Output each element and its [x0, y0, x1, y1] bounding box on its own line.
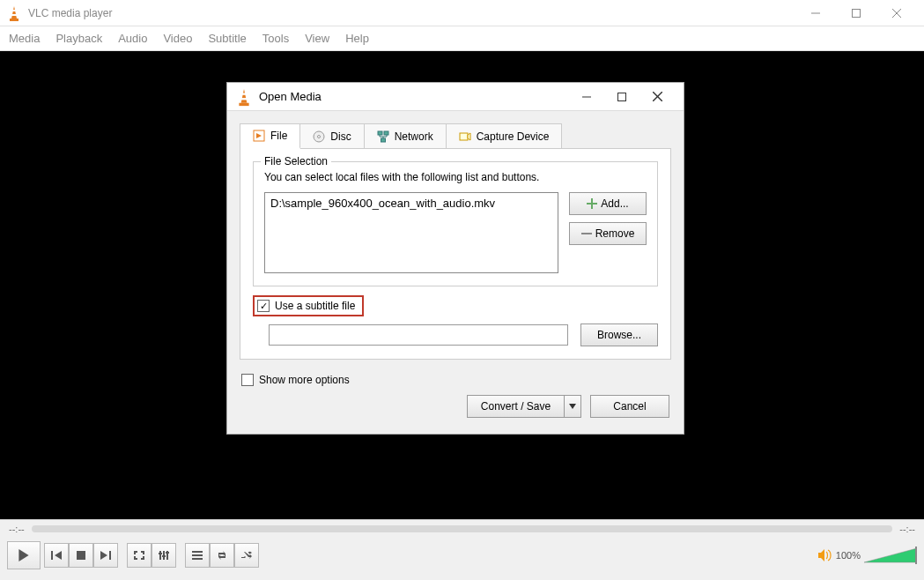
volume-slider[interactable]	[864, 547, 917, 564]
svg-rect-0	[12, 10, 17, 11]
seek-bar[interactable]	[32, 525, 893, 532]
main-titlebar: VLC media player	[0, 0, 924, 26]
volume-control[interactable]: 100%	[818, 547, 917, 564]
tab-disc[interactable]: Disc	[300, 124, 364, 148]
use-subtitle-label: Use a subtitle file	[275, 300, 355, 312]
maximize-button[interactable]	[836, 0, 876, 26]
svg-rect-13	[618, 93, 626, 100]
cancel-button[interactable]: Cancel	[590, 395, 669, 418]
cancel-label: Cancel	[613, 400, 646, 413]
loop-button[interactable]	[210, 543, 234, 568]
speaker-icon	[818, 549, 832, 561]
svg-rect-8	[915, 547, 917, 564]
menu-video[interactable]: Video	[163, 32, 192, 45]
open-media-dialog: Open Media File Disc Network Capture Dev…	[226, 82, 684, 435]
bottom-controls: --:-- --:-- 100%	[0, 519, 924, 580]
svg-rect-7	[77, 551, 85, 560]
dialog-maximize-button[interactable]	[604, 85, 639, 109]
menu-tools[interactable]: Tools	[262, 32, 289, 45]
vlc-cone-icon	[236, 89, 252, 105]
random-button[interactable]	[234, 543, 259, 568]
file-tab-icon	[253, 130, 265, 142]
vlc-cone-icon	[7, 6, 21, 20]
tab-file[interactable]: File	[240, 124, 300, 149]
dialog-titlebar[interactable]: Open Media	[227, 83, 684, 111]
svg-rect-20	[384, 131, 388, 135]
extended-settings-button[interactable]	[152, 543, 176, 568]
add-button[interactable]: Add...	[569, 192, 647, 215]
svg-rect-21	[381, 138, 385, 142]
stop-button[interactable]	[69, 543, 93, 568]
svg-rect-4	[853, 9, 861, 17]
use-subtitle-checkbox[interactable]: ✓	[257, 300, 270, 312]
convert-save-button[interactable]: Convert / Save	[467, 395, 564, 418]
network-icon	[377, 130, 389, 143]
remove-button-label: Remove	[595, 227, 635, 240]
time-elapsed: --:--	[9, 524, 25, 534]
menu-help[interactable]: Help	[345, 32, 369, 45]
show-more-checkbox[interactable]	[241, 374, 254, 386]
file-selection-legend: File Selection	[261, 155, 331, 167]
disc-icon	[313, 130, 325, 143]
tab-disc-label: Disc	[330, 130, 351, 143]
dialog-minimize-button[interactable]	[569, 85, 604, 109]
convert-save-dropdown[interactable]	[564, 395, 581, 418]
menu-subtitle[interactable]: Subtitle	[208, 32, 246, 45]
svg-rect-9	[241, 93, 247, 94]
capture-icon	[459, 130, 471, 143]
svg-rect-19	[378, 131, 382, 135]
svg-rect-23	[581, 233, 592, 234]
volume-percent: 100%	[836, 550, 861, 561]
svg-rect-10	[240, 98, 247, 100]
svg-rect-22	[460, 133, 468, 140]
fullscreen-button[interactable]	[127, 543, 152, 568]
use-subtitle-checkbox-row[interactable]: ✓ Use a subtitle file	[253, 295, 364, 316]
show-more-options-row[interactable]: Show more options	[241, 374, 671, 386]
menu-playback[interactable]: Playback	[55, 32, 102, 45]
window-title: VLC media player	[28, 7, 795, 19]
subtitle-path-input[interactable]	[269, 324, 568, 346]
file-selection-fieldset: File Selection You can select local file…	[253, 161, 658, 286]
tab-file-label: File	[270, 130, 287, 142]
playlist-button[interactable]	[185, 543, 210, 568]
close-button[interactable]	[876, 0, 917, 26]
chevron-down-icon	[569, 404, 576, 409]
show-more-label: Show more options	[259, 374, 350, 386]
play-button[interactable]	[7, 541, 41, 569]
tab-capture-label: Capture Device	[477, 130, 550, 143]
tab-capture[interactable]: Capture Device	[447, 124, 562, 148]
menu-view[interactable]: View	[305, 32, 329, 45]
dialog-tabs: File Disc Network Capture Device	[240, 123, 562, 148]
plus-icon	[587, 198, 597, 209]
convert-save-split-button: Convert / Save	[467, 395, 581, 418]
menu-media[interactable]: Media	[9, 32, 40, 45]
file-selection-help: You can select local files with the foll…	[264, 171, 647, 183]
tab-network[interactable]: Network	[365, 124, 447, 148]
dialog-title: Open Media	[259, 90, 569, 103]
dialog-close-button[interactable]	[639, 85, 675, 109]
tab-network-label: Network	[395, 130, 433, 143]
previous-button[interactable]	[44, 543, 69, 568]
minimize-button[interactable]	[795, 0, 836, 26]
minus-icon	[581, 228, 592, 239]
time-total: --:--	[899, 524, 915, 534]
browse-button-label: Browse...	[597, 329, 641, 341]
browse-button[interactable]: Browse...	[580, 323, 658, 346]
file-list[interactable]: D:\sample_960x400_ocean_with_audio.mkv	[264, 192, 558, 273]
svg-point-18	[318, 135, 321, 138]
svg-rect-11	[239, 102, 248, 105]
remove-button[interactable]: Remove	[569, 222, 647, 245]
add-button-label: Add...	[601, 197, 628, 210]
convert-save-label: Convert / Save	[481, 400, 551, 413]
file-list-item[interactable]: D:\sample_960x400_ocean_with_audio.mkv	[270, 197, 552, 210]
svg-rect-2	[10, 19, 18, 21]
menu-audio[interactable]: Audio	[118, 32, 147, 45]
menu-bar: Media Playback Audio Video Subtitle Tool…	[0, 26, 924, 51]
svg-rect-1	[11, 14, 17, 16]
next-button[interactable]	[93, 543, 118, 568]
file-tab-panel: File Selection You can select local file…	[240, 148, 671, 360]
